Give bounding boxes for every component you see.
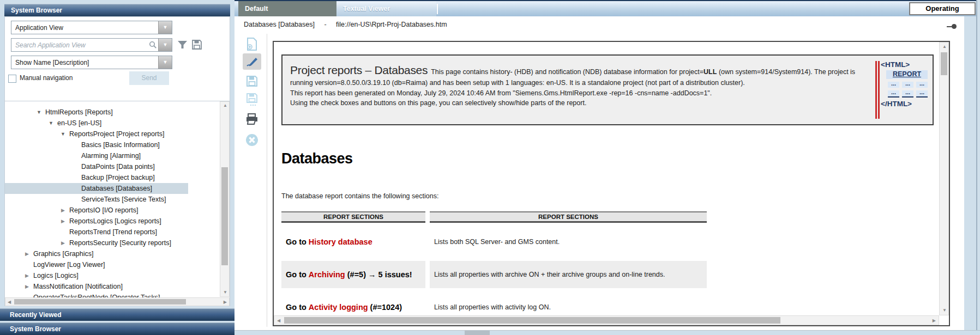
collapsed-arrow-icon[interactable]: ▶ xyxy=(23,270,31,281)
tree-item-reportstrend[interactable]: ReportsTrend [Trend reports] xyxy=(5,227,230,237)
collapsed-arrow-icon[interactable]: ▶ xyxy=(23,248,31,259)
tree-item-servicetexts[interactable]: ServiceTexts [Service Texts] xyxy=(5,194,230,205)
logo-red-bars-icon xyxy=(875,61,881,119)
tree-vertical-scrollbar[interactable]: ▲ ▼ xyxy=(220,101,230,297)
tree-item-htmlreports[interactable]: ▼HtmlReports [Reports] xyxy=(5,107,230,118)
collapsed-arrow-icon[interactable]: ▶ xyxy=(59,205,67,216)
report-horizontal-scrollbar[interactable]: ◀ ▶ xyxy=(274,315,939,325)
expanded-arrow-icon[interactable]: ▼ xyxy=(59,129,67,139)
tree-item-operatortasksrootnode[interactable]: OperatorTasksRootNode [Operator Tasks] xyxy=(5,292,230,297)
tree-item-reportslogics[interactable]: ▶ReportsLogics [Logics reports] xyxy=(5,216,230,227)
tab-default[interactable]: Default xyxy=(238,1,336,16)
logo-close-tag: </HTML> xyxy=(881,100,928,108)
report-generated-line: This report has been generated on Monday… xyxy=(290,88,867,99)
splitter-handle[interactable] xyxy=(465,331,490,335)
report-table-body: Go toHistory databaseLists both SQL Serv… xyxy=(281,228,939,315)
section-link[interactable]: Archiving xyxy=(309,270,345,279)
print-report-button[interactable] xyxy=(243,111,261,127)
tree-item-label: Alarming [Alarming] xyxy=(81,152,141,160)
tree-item-reportsproject[interactable]: ▼ReportsProject [Project reports] xyxy=(5,129,230,139)
section-suffix: (#=1024) xyxy=(370,303,402,312)
tree-item-label: Backup [Project backup] xyxy=(81,174,155,181)
report-hscroll-thumb[interactable] xyxy=(284,317,780,324)
report-vscroll-thumb[interactable] xyxy=(941,52,947,75)
search-options-chevron-icon[interactable]: ▼ xyxy=(158,39,172,51)
tree-item-label: Graphics [Graphics] xyxy=(33,250,93,258)
tree-vscroll-thumb[interactable] xyxy=(221,167,228,265)
logo-report-label: REPORT xyxy=(886,70,928,79)
tree-item-logviewer[interactable]: LogViewer [Log Viewer] xyxy=(5,259,230,270)
section-link[interactable]: Activity logging xyxy=(309,303,368,312)
scroll-left-icon[interactable]: ◀ xyxy=(8,300,11,304)
tab-textual-viewer[interactable]: Textual Viewer xyxy=(336,1,436,16)
tree-item-reportssecurity[interactable]: ▶ReportsSecurity [Security reports] xyxy=(5,237,230,248)
search-icon xyxy=(149,41,157,51)
report-table-row: Go toArchiving(#=5) → 5 issues!Lists all… xyxy=(281,261,939,288)
tree-item-massnotification[interactable]: ▶MassNotification [Notification] xyxy=(5,281,230,292)
new-report-button[interactable] xyxy=(243,36,261,52)
collapsed-arrow-icon[interactable]: ▶ xyxy=(23,281,31,292)
tree-item-label: ReportsTrend [Trend reports] xyxy=(69,228,157,236)
scroll-up-icon[interactable]: ▲ xyxy=(942,45,947,49)
view-selector-value: Application View xyxy=(15,24,63,32)
save-report-button[interactable] xyxy=(243,73,261,89)
scroll-right-icon[interactable]: ▶ xyxy=(933,319,936,323)
chevron-down-icon[interactable]: ▼ xyxy=(158,56,172,69)
report-sections-table: REPORT SECTIONS REPORT SECTIONS Go toHis… xyxy=(281,211,939,315)
save-as-report-button[interactable] xyxy=(243,92,261,108)
tab-separator xyxy=(437,4,438,14)
collapsed-arrow-icon[interactable]: ▶ xyxy=(59,237,67,248)
tree-item-datapoints[interactable]: DataPoints [Data points] xyxy=(5,161,230,172)
report-hint-line: Using the check boxes and buttons on thi… xyxy=(290,98,867,108)
save-as-icon xyxy=(246,93,258,107)
scroll-down-icon[interactable]: ▼ xyxy=(942,308,947,313)
manual-navigation-checkbox[interactable] xyxy=(8,75,16,83)
report-table-header-cell: REPORT SECTIONS xyxy=(430,211,707,223)
goto-text: Go to xyxy=(286,237,306,246)
tree-item-alarming[interactable]: Alarming [Alarming] xyxy=(5,150,230,161)
search-input[interactable] xyxy=(11,39,149,51)
edit-report-button[interactable] xyxy=(243,53,261,70)
tree-horizontal-scrollbar[interactable]: ◀ ▶ xyxy=(5,297,230,306)
tree-item-basics[interactable]: Basics [Basic Information] xyxy=(5,139,230,150)
tree-item-logics[interactable]: ▶Logics [Logics] xyxy=(5,270,230,281)
operating-mode-button[interactable]: Operating xyxy=(909,2,976,15)
breadcrumb: Databases [Databases] - file://en-US\Rpr… xyxy=(244,21,447,28)
view-selector-dropdown[interactable]: Application View ▼ xyxy=(11,21,172,34)
collapsed-arrow-icon[interactable]: ▶ xyxy=(59,216,67,227)
scroll-down-icon[interactable]: ▼ xyxy=(223,290,227,295)
close-report-button[interactable] xyxy=(243,132,261,148)
tree-item-reportsio[interactable]: ▶ReportsIO [I/O reports] xyxy=(5,205,230,216)
system-browser-titlebar: System Browser xyxy=(4,4,230,16)
chevron-down-icon[interactable]: ▼ xyxy=(158,21,172,34)
expanded-arrow-icon[interactable]: ▼ xyxy=(47,118,55,129)
save-icon xyxy=(246,75,258,87)
display-mode-value: Show Name [Description] xyxy=(15,59,89,66)
tree-item-label: ReportsProject [Project reports] xyxy=(69,130,164,138)
tree-item-en-us[interactable]: ▼en-US [en-US] xyxy=(5,118,230,129)
tree-item-backup[interactable]: Backup [Project backup] xyxy=(5,172,230,183)
system-browser-bar[interactable]: System Browser xyxy=(0,322,235,335)
pin-icon[interactable] xyxy=(947,24,958,29)
system-browser-bar-label: System Browser xyxy=(10,325,61,333)
tree-hscroll-thumb[interactable] xyxy=(14,299,186,304)
tree-item-label: ReportsSecurity [Security reports] xyxy=(69,239,171,247)
scroll-up-icon[interactable]: ▲ xyxy=(223,103,227,108)
report-sections-intro: The database report contains the followi… xyxy=(281,192,939,200)
expanded-arrow-icon[interactable]: ▼ xyxy=(35,107,43,118)
display-mode-dropdown[interactable]: Show Name [Description] ▼ xyxy=(11,56,172,69)
scroll-left-icon[interactable]: ◀ xyxy=(277,319,280,323)
send-button[interactable]: Send xyxy=(129,71,169,85)
recently-viewed-bar[interactable]: Recently Viewed xyxy=(0,308,235,321)
report-vertical-scrollbar[interactable]: ▲ ▼ xyxy=(939,42,949,315)
filter-icon[interactable] xyxy=(177,39,188,52)
tree-item-databases[interactable]: Databases [Databases] xyxy=(5,183,230,194)
section-link[interactable]: History database xyxy=(309,237,372,246)
search-field[interactable]: ▼ xyxy=(11,38,172,52)
scroll-right-icon[interactable]: ▶ xyxy=(224,300,227,304)
print-icon xyxy=(245,113,258,125)
save-filter-icon[interactable] xyxy=(191,39,202,52)
tree-item-graphics[interactable]: ▶Graphics [Graphics] xyxy=(5,248,230,259)
report-title: Project reports – Databases xyxy=(290,64,428,76)
bottom-margin xyxy=(235,330,980,335)
